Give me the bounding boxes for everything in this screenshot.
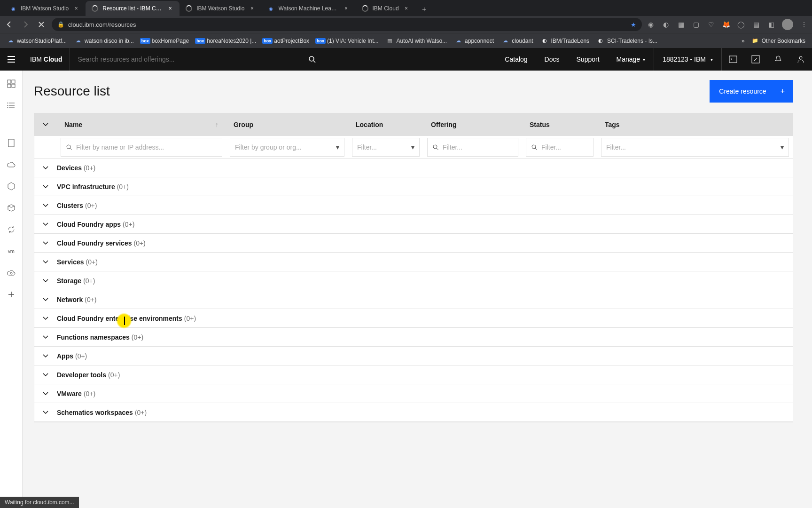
back-button[interactable] xyxy=(4,19,15,30)
close-icon[interactable]: × xyxy=(166,5,174,12)
create-resource-button[interactable]: Create resource + xyxy=(710,80,793,103)
ext-icon-2[interactable]: ◐ xyxy=(662,20,670,29)
edit-icon[interactable] xyxy=(744,48,767,71)
col-location[interactable]: Location xyxy=(348,121,423,128)
close-icon[interactable]: × xyxy=(343,5,350,12)
table-header: Name↑ Group Location Offering Status Tag… xyxy=(34,113,793,136)
bookmark-item[interactable]: boxaotProjectBox xyxy=(261,35,312,47)
resource-group-row[interactable]: Cloud Foundry apps (0+) xyxy=(34,215,793,234)
col-tags[interactable]: Tags xyxy=(597,121,793,128)
close-icon[interactable]: × xyxy=(403,5,410,12)
browser-tab[interactable]: ◉Watson Machine Learning auth× xyxy=(262,1,356,16)
browser-tab[interactable]: IBM Watson Studio× xyxy=(180,1,261,16)
bookmark-item[interactable]: ☁appconnect xyxy=(452,35,497,47)
resource-group-row[interactable]: Devices (0+) xyxy=(34,159,793,177)
nav-docs[interactable]: Docs xyxy=(536,48,568,71)
bookmark-item[interactable]: ▤AutoAI with Watso... xyxy=(383,35,450,47)
ibm-cloud-logo[interactable]: IBM Cloud xyxy=(23,56,70,63)
rail-sync-icon[interactable] xyxy=(4,222,19,237)
chevron-down-icon: ▾ xyxy=(411,143,414,151)
resource-group-row[interactable]: Cloud Foundry services (0+) xyxy=(34,234,793,253)
browser-tab[interactable]: ◉IBM Watson Studio× xyxy=(4,1,86,16)
nav-support[interactable]: Support xyxy=(568,48,608,71)
rail-doc-icon[interactable] xyxy=(4,135,19,151)
ext-icon-9[interactable]: ◧ xyxy=(767,20,775,29)
ext-icon-5[interactable]: ♡ xyxy=(707,20,715,29)
close-icon[interactable]: × xyxy=(72,5,80,12)
forward-button[interactable] xyxy=(20,19,31,30)
resource-group-row[interactable]: Apps (0+) xyxy=(34,347,793,365)
resource-group-row[interactable]: Cloud Foundry enterprise environments (0… xyxy=(34,309,793,328)
bookmark-item[interactable]: ◐IBM/TradeLens xyxy=(538,35,593,47)
rail-dashboard-icon[interactable] xyxy=(4,76,19,91)
rail-kube-icon[interactable] xyxy=(4,179,19,194)
resource-group-row[interactable]: Services (0+) xyxy=(34,253,793,271)
profile-avatar[interactable] xyxy=(782,19,793,30)
notifications-icon[interactable] xyxy=(767,48,789,71)
search-icon xyxy=(66,144,72,151)
global-search[interactable] xyxy=(70,48,323,71)
star-icon[interactable]: ★ xyxy=(631,21,636,28)
bookmark-item[interactable]: ☁watson disco in ib... xyxy=(71,35,137,47)
filter-name[interactable]: Filter by name or IP address... xyxy=(61,138,222,157)
user-icon[interactable] xyxy=(789,48,812,71)
nav-manage[interactable]: Manage ▾ xyxy=(608,48,654,71)
browser-tab[interactable]: Resource list - IBM Cloud× xyxy=(86,1,180,16)
col-name[interactable]: Name↑ xyxy=(57,121,226,128)
col-status[interactable]: Status xyxy=(522,121,597,128)
resource-group-row[interactable]: Storage (0+) xyxy=(34,271,793,290)
filter-tags[interactable]: Filter...▾ xyxy=(601,138,789,157)
nav-catalog[interactable]: Catalog xyxy=(496,48,536,71)
rail-add-icon[interactable] xyxy=(4,287,19,302)
new-tab-button[interactable]: + xyxy=(418,3,431,16)
cloud-icon: ☁ xyxy=(74,37,82,45)
account-selector[interactable]: 1882123 - IBM▾ xyxy=(654,48,722,71)
ext-icon-6[interactable]: 🦊 xyxy=(722,20,730,29)
address-bar[interactable]: 🔒 cloud.ibm.com/resources ★ xyxy=(52,18,642,31)
bookmark-item[interactable]: boxhoreaNotes2020 |... xyxy=(194,35,259,47)
bookmark-item[interactable]: ☁cloudant xyxy=(499,35,536,47)
bookmark-item[interactable]: ☁watsonStudioPlatf... xyxy=(4,35,70,47)
resource-group-row[interactable]: VPC infrastructure (0+) xyxy=(34,177,793,196)
resource-group-row[interactable]: Developer tools (0+) xyxy=(34,365,793,384)
col-offering[interactable]: Offering xyxy=(423,121,522,128)
bookmark-item[interactable]: box(1) VIA: Vehicle Int... xyxy=(314,35,381,47)
resource-group-row[interactable]: Functions namespaces (0+) xyxy=(34,328,793,347)
filter-status[interactable]: Filter... xyxy=(526,138,593,157)
ext-icon-8[interactable]: ▤ xyxy=(752,20,760,29)
bookmark-item[interactable]: boxboxHomePage xyxy=(139,35,192,47)
svg-rect-4 xyxy=(8,80,11,83)
rail-cloud2-icon[interactable] xyxy=(4,265,19,280)
ext-icon-4[interactable]: ▢ xyxy=(692,20,700,29)
filter-location[interactable]: Filter...▾ xyxy=(352,138,420,157)
resource-group-row[interactable]: VMware (0+) xyxy=(34,384,793,403)
filter-group[interactable]: Filter by group or org...▾ xyxy=(230,138,344,157)
filter-offering[interactable]: Filter... xyxy=(427,138,518,157)
ext-icon-7[interactable]: ◯ xyxy=(737,20,745,29)
chevron-down-icon xyxy=(34,204,57,207)
shell-icon[interactable] xyxy=(722,48,744,71)
bookmark-label: watson disco in ib... xyxy=(85,38,134,44)
ext-icon-1[interactable]: ◉ xyxy=(647,20,655,29)
rail-cloud-icon[interactable] xyxy=(4,157,19,172)
resource-group-row[interactable]: Clusters (0+) xyxy=(34,196,793,215)
browser-tab[interactable]: IBM Cloud× xyxy=(356,1,416,16)
col-group[interactable]: Group xyxy=(226,121,348,128)
ext-icon-3[interactable]: ▦ xyxy=(677,20,685,29)
search-icon[interactable] xyxy=(308,56,316,63)
hamburger-menu[interactable] xyxy=(0,48,23,71)
expand-all-toggle[interactable] xyxy=(34,123,57,127)
rail-list-icon[interactable] xyxy=(4,98,19,113)
other-bookmarks[interactable]: 📁Other Bookmarks xyxy=(749,35,808,47)
rail-vmware-icon[interactable]: vm xyxy=(4,244,19,259)
resource-group-row[interactable]: Network (0+) xyxy=(34,290,793,309)
search-input[interactable] xyxy=(78,56,316,63)
chrome-menu-icon[interactable]: ⋮ xyxy=(800,20,808,29)
close-icon[interactable]: × xyxy=(249,5,256,12)
resource-group-row[interactable]: Schematics workspaces (0+) xyxy=(34,403,793,422)
bookmark-overflow-icon[interactable]: » xyxy=(742,38,745,44)
stop-button[interactable] xyxy=(36,19,47,30)
rail-box-icon[interactable] xyxy=(4,200,19,215)
group-count: (0+) xyxy=(132,333,143,341)
bookmark-item[interactable]: ◐SCI-Tradelens - Is... xyxy=(594,35,660,47)
